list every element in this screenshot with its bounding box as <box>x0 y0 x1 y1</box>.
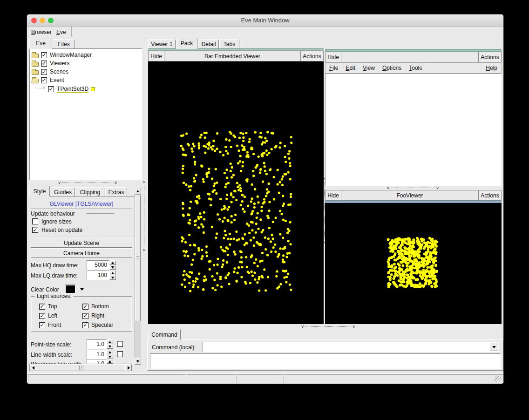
scrollbar-thumb[interactable] <box>36 364 125 371</box>
tree-item-label-selected[interactable]: TPointSet3D <box>57 86 88 93</box>
left-horizontal-splitter[interactable]: v v <box>29 181 142 185</box>
actions-button[interactable]: Actions <box>478 52 501 62</box>
max-lq-field[interactable]: 100 <box>87 271 109 280</box>
tree-item-windowmanager[interactable]: ✓ WindowManager <box>32 51 92 59</box>
right-horizontal-splitter[interactable]: v v <box>325 186 502 190</box>
light-front-row[interactable]: ✓ Front <box>39 322 61 328</box>
tab-detail[interactable]: Detail <box>198 39 219 48</box>
scroll-down-button[interactable] <box>135 358 141 365</box>
tree-item-viewers[interactable]: ✓ Viewers <box>32 59 69 68</box>
menu-browser[interactable]: Browser <box>30 28 53 36</box>
spin-down-button[interactable] <box>109 275 116 280</box>
spin-down-button[interactable] <box>109 265 116 270</box>
light-top-row[interactable]: ✓ Top <box>39 303 57 310</box>
light-bottom-checkbox[interactable]: ✓ <box>82 304 88 310</box>
point-size-spinner[interactable] <box>107 339 113 349</box>
actions-button[interactable]: Actions <box>478 190 501 200</box>
hide-button[interactable]: Hide <box>326 52 341 62</box>
spin-down-button[interactable] <box>107 344 113 349</box>
light-left-checkbox[interactable]: ✓ <box>39 313 45 319</box>
clear-color-dropdown-button[interactable] <box>78 285 85 294</box>
tree-checkbox[interactable]: ✓ <box>41 69 47 75</box>
color-swatch-icon[interactable] <box>91 87 95 91</box>
tab-guides[interactable]: Guides <box>51 187 75 196</box>
tab-style[interactable]: Style <box>29 186 50 196</box>
clear-color-swatch[interactable] <box>65 285 76 294</box>
gl-viewer-fooviewer[interactable] <box>325 203 502 324</box>
menu-file[interactable]: File <box>329 65 338 71</box>
line-width-field[interactable]: 1.0 <box>87 350 107 359</box>
light-top-checkbox[interactable]: ✓ <box>39 304 45 310</box>
spin-up-button[interactable] <box>109 271 116 275</box>
actions-button[interactable]: Actions <box>300 51 323 61</box>
tree-item-label[interactable]: Viewers <box>50 60 69 67</box>
tree-item-scenes[interactable]: ✓ Scenes <box>32 68 68 76</box>
menu-eve[interactable]: Eve <box>55 28 68 36</box>
tree-checkbox[interactable]: ✓ <box>41 61 47 67</box>
menu-options[interactable]: Options <box>382 65 401 71</box>
line-width-extra-checkbox[interactable] <box>117 351 123 357</box>
tree-item-label[interactable]: Event <box>50 77 64 83</box>
tree-checkbox[interactable]: ✓ <box>48 86 54 92</box>
hide-button[interactable]: Hide <box>326 190 341 200</box>
scroll-up-button[interactable] <box>135 188 141 194</box>
light-specular-row[interactable]: ✓ Specular <box>82 322 113 328</box>
combobox-dropdown-button[interactable] <box>490 343 498 351</box>
max-hq-spinner[interactable] <box>109 260 116 270</box>
resize-grip[interactable] <box>495 376 501 382</box>
tab-viewer1[interactable]: Viewer 1 <box>148 39 176 48</box>
max-lq-spinner[interactable] <box>109 271 116 280</box>
max-hq-field[interactable]: 5000 <box>87 260 109 270</box>
point-size-extra-checkbox[interactable] <box>117 341 123 347</box>
light-bottom-row[interactable]: ✓ Bottom <box>82 303 109 310</box>
hide-button[interactable]: Hide <box>149 51 164 61</box>
spin-up-button[interactable] <box>107 350 113 354</box>
camera-home-button[interactable]: Camera Home <box>31 248 132 258</box>
spin-up-button[interactable] <box>107 359 113 364</box>
scrollbar-track[interactable] <box>135 194 141 358</box>
light-specular-checkbox[interactable]: ✓ <box>82 322 88 328</box>
command-combobox[interactable] <box>203 342 499 352</box>
light-right-checkbox[interactable]: ✓ <box>82 313 88 319</box>
scrollbar-thumb[interactable] <box>135 195 141 321</box>
menu-view[interactable]: View <box>363 65 375 71</box>
gl-viewer-bar-embedded[interactable] <box>148 61 324 324</box>
tab-eve[interactable]: Eve <box>29 38 52 48</box>
wireframe-spinner[interactable] <box>107 359 113 364</box>
point-size-field[interactable]: 1.0 <box>87 339 107 349</box>
style-horizontal-scrollbar[interactable] <box>29 364 132 372</box>
light-left-row[interactable]: ✓ Left <box>39 312 57 319</box>
spin-up-button[interactable] <box>109 260 116 265</box>
scroll-right-button[interactable] <box>125 364 132 371</box>
light-front-checkbox[interactable]: ✓ <box>39 322 45 328</box>
menu-tools[interactable]: Tools <box>409 65 422 71</box>
right-pane-client-area[interactable] <box>325 74 502 186</box>
line-width-spinner[interactable] <box>107 350 113 359</box>
scroll-left-button[interactable] <box>30 364 36 371</box>
command-horizontal-splitter[interactable]: v v <box>147 325 503 329</box>
light-right-row[interactable]: ✓ Right <box>82 312 104 319</box>
tab-clipping[interactable]: Clipping <box>76 187 104 196</box>
tree-item-label[interactable]: Scenes <box>50 68 68 75</box>
tree-item-tpointset3d[interactable]: * ✓ TPointSet3D <box>43 85 95 93</box>
menu-help[interactable]: Help <box>486 65 497 71</box>
tree-checkbox[interactable]: ✓ <box>41 52 47 58</box>
menu-edit[interactable]: Edit <box>346 65 355 71</box>
tab-command[interactable]: Command <box>148 329 181 340</box>
style-vertical-scrollbar[interactable] <box>135 188 141 365</box>
wireframe-field[interactable]: 1.0 <box>87 359 107 364</box>
tree-item-label[interactable]: WindowManager <box>50 52 92 58</box>
left-vertical-splitter[interactable]: > > <box>142 38 146 372</box>
tab-files[interactable]: Files <box>53 39 75 48</box>
glviewer-button[interactable]: GLViewer [TGLSAViewer] <box>31 199 132 209</box>
tab-pack[interactable]: Pack <box>176 38 197 48</box>
spin-down-button[interactable] <box>107 354 113 359</box>
command-output-textarea[interactable] <box>150 353 501 369</box>
ignore-sizes-checkbox[interactable] <box>32 218 38 224</box>
title-bar[interactable]: Eve Main Window <box>27 14 503 27</box>
update-scene-button[interactable]: Update Scene <box>31 238 132 248</box>
eve-list-tree[interactable]: ✓ WindowManager ✓ Viewers ✓ Scenes ✓ Eve… <box>29 48 142 180</box>
tab-tabs[interactable]: Tabs <box>219 39 239 48</box>
spin-up-button[interactable] <box>107 339 113 344</box>
reset-on-update-checkbox[interactable]: ✓ <box>32 227 38 233</box>
